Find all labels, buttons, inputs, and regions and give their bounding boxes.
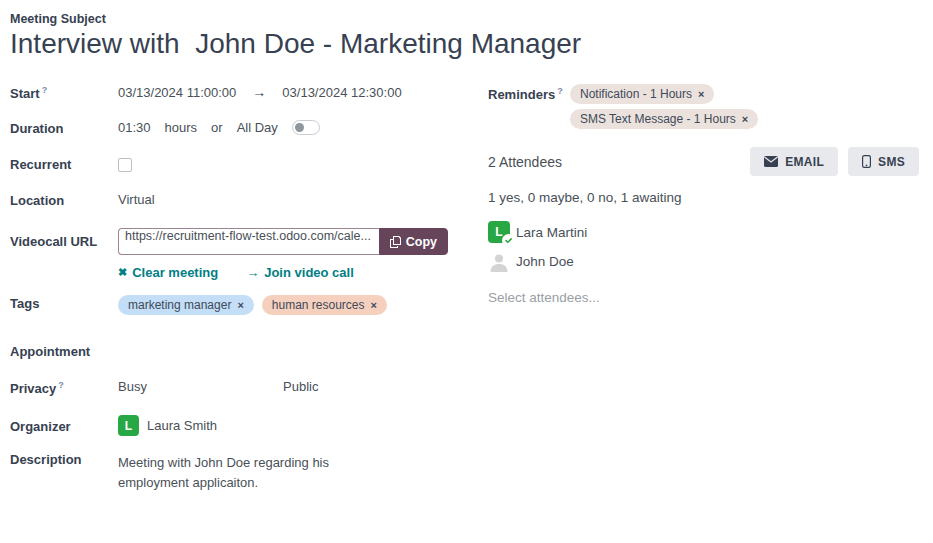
location-row: Location Virtual	[10, 192, 476, 213]
attendees-header: 2 Attendees EMAIL SMS	[488, 147, 921, 176]
attendee-name: Lara Martini	[516, 225, 587, 240]
description-label: Description	[10, 451, 118, 467]
email-attendees-button[interactable]: EMAIL	[750, 147, 838, 176]
reminder-remove-icon[interactable]: ×	[698, 88, 704, 100]
description-input[interactable]: Meeting with John Doe regarding his empl…	[118, 451, 360, 493]
recurrent-row: Recurrent	[10, 156, 476, 177]
all-day-toggle[interactable]	[292, 120, 320, 135]
privacy-select[interactable]: Public	[283, 379, 318, 394]
meeting-title-input[interactable]: Interview with John Doe - Marketing Mana…	[10, 28, 921, 60]
privacy-values: Busy Public	[118, 379, 318, 394]
reminders-values: Notification - 1 Hours× SMS Text Message…	[570, 84, 758, 129]
videocall-links: ✖Clear meeting →Join video call	[118, 265, 476, 280]
start-datetime-input[interactable]: 03/13/2024 11:00:00	[118, 85, 236, 100]
right-column: Reminders? Notification - 1 Hours× SMS T…	[476, 84, 921, 508]
duration-values: 01:30 hours or All Day	[118, 120, 320, 135]
location-label: Location	[10, 192, 118, 208]
videocall-label: Videocall URL	[10, 228, 118, 249]
privacy-help-icon[interactable]: ?	[58, 380, 64, 390]
tags-values: marketing manager× human resources×	[118, 295, 387, 315]
privacy-label: Privacy?	[10, 379, 118, 396]
organizer-row: Organizer L Laura Smith	[10, 415, 476, 436]
organizer-label: Organizer	[10, 415, 118, 434]
attendee-avatar: L	[488, 221, 510, 243]
reminders-row: Reminders? Notification - 1 Hours× SMS T…	[488, 84, 921, 129]
form-columns: Start? 03/13/2024 11:00:00 → 03/13/2024 …	[10, 84, 921, 508]
reminder-remove-icon[interactable]: ×	[742, 113, 748, 125]
reminder-sms[interactable]: SMS Text Message - 1 Hours×	[570, 109, 758, 129]
location-input[interactable]: Virtual	[118, 192, 155, 207]
videocall-url-input[interactable]: https://recruitment-flow-test.odoo.com/c…	[118, 228, 379, 255]
attendee-avatar-placeholder-icon	[488, 250, 510, 272]
reminders-label: Reminders?	[488, 84, 570, 129]
accepted-check-icon	[502, 234, 515, 247]
attendee-row-john[interactable]: John Doe	[488, 250, 921, 272]
clear-x-icon: ✖	[118, 266, 127, 279]
tags-row: Tags marketing manager× human resources×	[10, 295, 476, 316]
videocall-row: Videocall URL https://recruitment-flow-t…	[10, 228, 476, 255]
toggle-knob-icon	[295, 123, 304, 132]
description-row: Description Meeting with John Doe regard…	[10, 451, 476, 493]
all-day-label: All Day	[237, 120, 278, 135]
organizer-value[interactable]: L Laura Smith	[118, 415, 217, 436]
recurrent-checkbox[interactable]	[118, 158, 132, 172]
tag-remove-icon[interactable]: ×	[371, 299, 377, 311]
tag-remove-icon[interactable]: ×	[237, 299, 243, 311]
start-values: 03/13/2024 11:00:00 → 03/13/2024 12:30:0…	[118, 84, 402, 100]
attendance-status-line: 1 yes, 0 maybe, 0 no, 1 awaiting	[488, 190, 921, 205]
reminder-notification[interactable]: Notification - 1 Hours×	[570, 84, 714, 104]
organizer-avatar: L	[118, 415, 139, 436]
clear-meeting-link[interactable]: ✖Clear meeting	[118, 265, 218, 280]
privacy-row: Privacy? Busy Public	[10, 379, 476, 400]
reminders-help-icon[interactable]: ?	[557, 86, 563, 96]
copy-url-button[interactable]: Copy	[379, 228, 448, 255]
organizer-name: Laura Smith	[147, 418, 217, 433]
envelope-icon	[764, 156, 778, 167]
videocall-input-group: https://recruitment-flow-test.odoo.com/c…	[118, 228, 448, 255]
join-arrow-icon: →	[246, 265, 259, 280]
join-video-call-link[interactable]: →Join video call	[246, 265, 354, 280]
start-label: Start?	[10, 84, 118, 101]
meeting-form: Meeting Subject Interview with John Doe …	[0, 0, 933, 508]
select-attendees-input[interactable]: Select attendees...	[488, 290, 921, 305]
duration-input[interactable]: 01:30	[118, 120, 151, 135]
attendees-count: 2 Attendees	[488, 154, 562, 170]
attendee-row-lara[interactable]: L Lara Martini	[488, 221, 921, 243]
show-as-select[interactable]: Busy	[118, 379, 283, 394]
stop-datetime-input[interactable]: 03/13/2024 12:30:00	[282, 85, 401, 100]
duration-label: Duration	[10, 120, 118, 136]
start-help-icon[interactable]: ?	[42, 85, 48, 95]
recurrent-label: Recurrent	[10, 156, 118, 172]
tab-appointment[interactable]: Appointment	[10, 344, 476, 359]
date-arrow-icon: →	[252, 84, 266, 100]
left-column: Start? 03/13/2024 11:00:00 → 03/13/2024 …	[10, 84, 476, 508]
attendee-name: John Doe	[516, 254, 574, 269]
meeting-subject-label: Meeting Subject	[10, 12, 921, 26]
duration-or-label: or	[211, 120, 223, 135]
duration-row: Duration 01:30 hours or All Day	[10, 120, 476, 141]
tags-label: Tags	[10, 295, 118, 311]
tag-marketing-manager[interactable]: marketing manager×	[118, 295, 254, 315]
mobile-phone-icon	[862, 155, 871, 168]
tag-human-resources[interactable]: human resources×	[262, 295, 387, 315]
start-row: Start? 03/13/2024 11:00:00 → 03/13/2024 …	[10, 84, 476, 105]
sms-attendees-button[interactable]: SMS	[848, 147, 919, 176]
duration-unit-label: hours	[165, 120, 198, 135]
copy-icon	[390, 236, 401, 248]
